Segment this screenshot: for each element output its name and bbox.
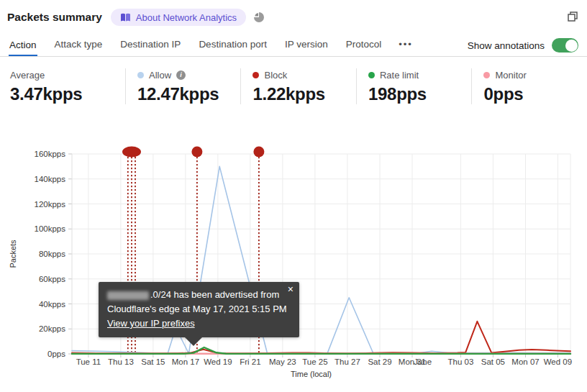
stat-value: 198pps <box>368 84 472 104</box>
x-axis-title: Time (local) <box>291 370 332 378</box>
stat-monitor: Monitor 0pps <box>471 68 587 104</box>
stat-rate-limit: Rate limit 198pps <box>356 68 472 104</box>
chart-area: 0pps20kpps40kpps60kpps80kpps100kpps120kp… <box>0 133 587 392</box>
stat-label: Allow <box>149 70 171 81</box>
y-tick-label: 0pps <box>47 350 65 358</box>
stat-block: Block 1.22kpps <box>240 68 356 104</box>
y-axis-title: Packets <box>9 240 17 268</box>
tab-destination-ip[interactable]: Destination IP <box>119 39 181 56</box>
packets-summary-panel: Packets summary About Network Analytics <box>0 0 587 392</box>
stats-row: Average 3.47kpps Allow i 12.47kpps Block… <box>10 68 587 104</box>
y-tick-label: 60kpps <box>39 275 65 283</box>
tabs: Action Attack type Destination IP Destin… <box>9 39 413 56</box>
x-tick-label: Mon 17 <box>172 357 199 366</box>
book-icon <box>120 13 131 22</box>
x-tick-label: Sat 15 <box>141 357 165 366</box>
x-tick-label: Fri 21 <box>240 357 260 366</box>
tooltip-line2: Cloudflare's edge at May 17, 2021 5:15 P… <box>107 302 291 316</box>
tab-protocol[interactable]: Protocol <box>345 39 383 56</box>
stat-average: Average 3.47kpps <box>10 68 125 104</box>
x-tick-label: Thu 13 <box>108 357 134 366</box>
tab-destination-port[interactable]: Destination port <box>198 39 268 56</box>
expand-panel-icon[interactable] <box>567 11 578 22</box>
stat-allow: Allow i 12.47kpps <box>125 68 241 104</box>
more-tabs-icon[interactable]: ••• <box>399 39 413 56</box>
x-tick-label: Sat 29 <box>368 357 391 366</box>
x-tick-label: Thu 27 <box>335 357 360 366</box>
stat-value: 3.47kpps <box>10 84 125 104</box>
x-tick-label: Tue 25 <box>302 357 327 366</box>
data-freshness-pie-icon[interactable] <box>253 12 265 23</box>
tooltip-arrow <box>184 337 203 346</box>
y-tick-label: 80kpps <box>39 250 65 258</box>
show-annotations-toggle[interactable] <box>552 38 578 53</box>
y-tick-label: 160kpps <box>35 150 66 158</box>
monitor-dot <box>483 72 490 78</box>
x-tick-label: Tue 11 <box>76 357 101 366</box>
x-tick-label: Wed 09 <box>544 357 572 366</box>
stat-label: Rate limit <box>380 70 419 81</box>
packets-chart[interactable]: 0pps20kpps40kpps60kpps80kpps100kpps120kp… <box>0 133 587 392</box>
close-icon[interactable]: × <box>288 284 294 294</box>
annotation-tooltip: × .0/24 has been advertised from Cloudfl… <box>99 282 299 337</box>
stat-value: 12.47kpps <box>137 84 241 104</box>
info-icon[interactable]: i <box>176 70 186 80</box>
show-annotations-control: Show annotations <box>468 38 578 56</box>
stat-label: Monitor <box>495 70 526 81</box>
stat-value: 1.22kpps <box>252 84 356 104</box>
tabs-bar: Action Attack type Destination IP Destin… <box>0 33 587 57</box>
y-tick-label: 100kpps <box>35 224 66 233</box>
annotation-marker[interactable] <box>253 147 264 158</box>
tab-ip-version[interactable]: IP version <box>284 39 329 56</box>
tab-attack-type[interactable]: Attack type <box>54 39 104 56</box>
y-tick-label: 120kpps <box>35 200 66 209</box>
y-tick-label: 140kpps <box>35 175 66 183</box>
x-tick-label: Sat 05 <box>481 357 505 366</box>
x-tick-label: Mon 07 <box>511 357 539 366</box>
show-annotations-label: Show annotations <box>468 40 545 51</box>
stat-label: Block <box>264 70 287 81</box>
allow-dot <box>137 72 144 78</box>
block-dot <box>252 72 259 78</box>
view-ip-prefixes-link[interactable]: View your IP prefixes <box>107 318 195 329</box>
annotation-marker[interactable] <box>122 147 141 158</box>
stat-label: Average <box>10 70 45 81</box>
stat-value: 0pps <box>483 84 587 104</box>
tooltip-line1: .0/24 has been advertised from <box>107 288 291 302</box>
y-tick-label: 40kpps <box>39 300 65 309</box>
badge-label: About Network Analytics <box>136 12 237 23</box>
x-tick-label: Wed 19 <box>204 357 232 366</box>
annotation-marker[interactable] <box>191 147 202 158</box>
rate-limit-dot <box>368 72 375 78</box>
about-network-analytics-badge[interactable]: About Network Analytics <box>111 9 246 26</box>
header: Packets summary About Network Analytics <box>7 7 578 27</box>
x-tick-label: Thu 03 <box>447 357 473 366</box>
x-tick-label: June <box>414 357 432 366</box>
x-tick-label: May 23 <box>269 357 296 366</box>
y-tick-label: 20kpps <box>39 324 65 333</box>
page-title: Packets summary <box>7 11 102 24</box>
tab-action[interactable]: Action <box>9 40 37 57</box>
redacted-ip-prefix <box>107 291 149 300</box>
toggle-knob <box>565 40 578 52</box>
